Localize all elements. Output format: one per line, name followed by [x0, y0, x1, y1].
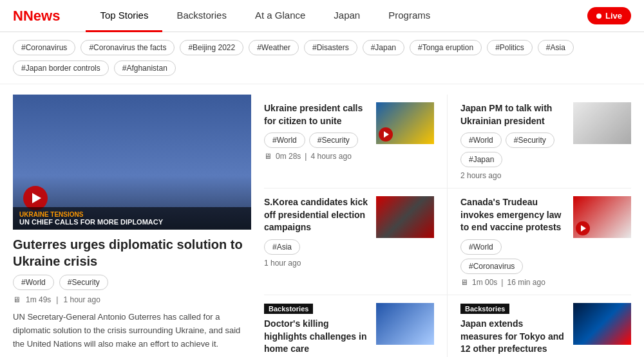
featured-image: UKRAINE TENSIONS UN CHIEF CALLS FOR MORE…	[13, 95, 251, 230]
article-content: Backstories Japan extends measures for T…	[460, 303, 567, 357]
tag-item[interactable]: #Japan	[363, 40, 404, 55]
clock-icon: 🖥	[13, 295, 21, 304]
article-title: Canada's Trudeau invokes emergency law t…	[460, 196, 567, 234]
article-item: Japan PM to talk with Ukrainian presiden…	[448, 95, 631, 188]
article-tag[interactable]: #World	[460, 133, 502, 148]
article-time: 1 hour ago	[264, 259, 301, 268]
article-tags: #World#Security	[264, 133, 370, 148]
tag-item[interactable]: #Asia	[538, 40, 574, 55]
tag-item[interactable]: #Tonga eruption	[410, 40, 482, 55]
tag-item[interactable]: #Weather	[249, 40, 299, 55]
article-tag[interactable]: #World	[460, 239, 502, 255]
nav-top-stories[interactable]: Top Stories	[86, 0, 162, 32]
article-title: Ukraine president calls for citizen to u…	[264, 102, 370, 127]
article-content: Ukraine president calls for citizen to u…	[264, 102, 370, 180]
tag-item[interactable]: #Beijing 2022	[180, 40, 243, 55]
nav-backstories[interactable]: Backstories	[162, 0, 241, 32]
article-image	[573, 303, 631, 345]
article-tags: #World#Security#Japan	[460, 133, 567, 167]
article-tag[interactable]: #Security	[309, 133, 358, 148]
article-tag[interactable]: #Coronavirus	[460, 259, 523, 274]
article-item: S.Korea candidates kick off presidential…	[264, 188, 448, 295]
article-meta: 🖥 1m 00s |16 min ago	[460, 278, 567, 287]
tag-item[interactable]: #Disasters	[304, 40, 357, 55]
article-item: Ukraine president calls for citizen to u…	[264, 95, 448, 188]
featured-overlay: UKRAINE TENSIONS UN CHIEF CALLS FOR MORE…	[13, 207, 251, 230]
duration-icon: 🖥	[264, 152, 272, 161]
live-dot-icon	[596, 14, 601, 19]
article-title: Japan extends measures for Tokyo and 12 …	[460, 318, 567, 356]
article-item: Backstories Doctor's killing highlights …	[264, 295, 448, 357]
article-tag[interactable]: #Security	[506, 133, 554, 148]
article-image	[573, 196, 631, 238]
article-tags: #World#Coronavirus	[460, 239, 567, 274]
site-logo: NNews	[13, 8, 60, 24]
article-meta: 2 hours ago	[460, 171, 567, 180]
article-content: Japan PM to talk with Ukrainian presiden…	[460, 102, 567, 180]
article-duration: 0m 28s	[276, 152, 301, 161]
featured-tag-security[interactable]: #Security	[59, 275, 108, 290]
featured-title: Guterres urges diplomatic solution to Uk…	[13, 236, 251, 270]
article-content: Backstories Doctor's killing highlights …	[264, 303, 370, 357]
article-tag[interactable]: #World	[264, 133, 305, 148]
nav-japan[interactable]: Japan	[319, 0, 374, 32]
article-time: 2 hours ago	[460, 171, 501, 180]
article-image	[376, 303, 434, 345]
article-title: S.Korea candidates kick off presidential…	[264, 196, 370, 234]
article-title: Doctor's killing highlights challenges i…	[264, 318, 370, 356]
article-time: 4 hours ago	[310, 152, 351, 161]
tag-item[interactable]: #Japan border controls	[13, 60, 109, 76]
article-content: S.Korea candidates kick off presidential…	[264, 196, 370, 287]
live-button[interactable]: Live	[587, 7, 631, 24]
header: NNews Top Stories Backstories At a Glanc…	[0, 0, 644, 32]
article-image	[376, 102, 434, 144]
article-item: Canada's Trudeau invokes emergency law t…	[448, 188, 631, 295]
main-content: UKRAINE TENSIONS UN CHIEF CALLS FOR MORE…	[0, 84, 644, 357]
article-duration: 1m 00s	[472, 278, 497, 287]
tags-row: #Coronavirus#Coronavirus the facts#Beiji…	[0, 32, 644, 84]
articles-section: Ukraine president calls for citizen to u…	[264, 95, 631, 357]
main-nav: Top Stories Backstories At a Glance Japa…	[86, 0, 587, 32]
duration-icon: 🖥	[460, 278, 468, 287]
nav-programs[interactable]: Programs	[374, 0, 444, 32]
article-time: 16 min ago	[507, 278, 545, 287]
backstory-badge: Backstories	[264, 304, 313, 314]
article-meta: 🖥 0m 28s |4 hours ago	[264, 152, 370, 161]
article-image	[376, 196, 434, 238]
featured-article: UKRAINE TENSIONS UN CHIEF CALLS FOR MORE…	[13, 95, 251, 357]
tag-item[interactable]: #Coronavirus the facts	[80, 40, 175, 55]
article-tag[interactable]: #Asia	[264, 239, 300, 255]
backstory-badge: Backstories	[460, 304, 509, 314]
featured-meta: 🖥 1m 49s | 1 hour ago	[13, 295, 251, 304]
featured-tag-world[interactable]: #World	[13, 275, 54, 290]
article-content: Canada's Trudeau invokes emergency law t…	[460, 196, 567, 287]
featured-description: UN Secretary-General Antonio Guterres ha…	[13, 311, 251, 351]
article-play-button[interactable]	[379, 127, 393, 142]
article-item: Backstories Japan extends measures for T…	[448, 295, 631, 357]
featured-tags: #World #Security	[13, 275, 251, 290]
tag-item[interactable]: #Coronavirus	[13, 40, 75, 55]
article-meta: 1 hour ago	[264, 259, 370, 268]
article-image	[573, 102, 631, 144]
articles-grid: Ukraine president calls for citizen to u…	[264, 95, 631, 357]
tag-item[interactable]: #Politics	[487, 40, 533, 55]
article-title: Japan PM to talk with Ukrainian presiden…	[460, 102, 567, 127]
article-tag[interactable]: #Japan	[460, 152, 502, 167]
article-tags: #Asia	[264, 239, 370, 255]
nav-at-a-glance[interactable]: At a Glance	[241, 0, 319, 32]
tag-item[interactable]: #Afghanistan	[114, 60, 176, 76]
